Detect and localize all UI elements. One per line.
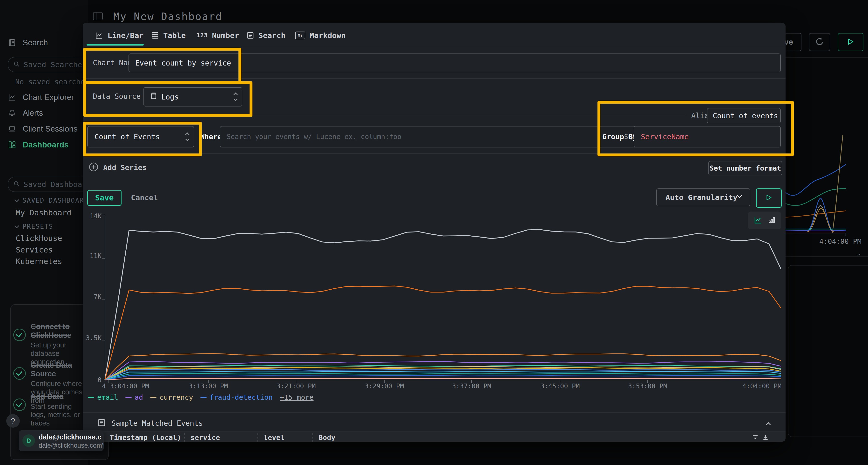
- data-source-label: Data Source: [93, 92, 141, 100]
- group-by-label: Group By: [602, 133, 637, 141]
- sample-events-header[interactable]: Sample Matched Events: [97, 419, 203, 428]
- series-line-ad: [105, 361, 781, 380]
- chart-name-field[interactable]: [135, 59, 780, 67]
- x-tick-label: 3:53:00 PM: [628, 383, 668, 390]
- 123-icon: 123: [196, 32, 208, 39]
- refresh-icon: [815, 37, 824, 47]
- run-query-button[interactable]: [838, 33, 863, 51]
- x-tick-label: 3:45:00 PM: [540, 383, 580, 390]
- tab-number[interactable]: 123Number: [196, 30, 239, 41]
- group-by-field[interactable]: [641, 132, 780, 141]
- user-email-sub: dale@clickhouse.com's: [38, 442, 104, 449]
- chart-name-input[interactable]: [128, 54, 781, 72]
- active-tab-underline: [87, 44, 144, 45]
- sample-events-table-header: Timestamp (Local)servicelevelBody: [83, 432, 785, 442]
- list-icon: [246, 32, 254, 39]
- legend-item-email[interactable]: email: [88, 393, 118, 401]
- x-tick-label: 3:13:00 PM: [189, 383, 228, 390]
- sidebar-item-chart-explorer[interactable]: Chart Explorer: [0, 91, 88, 104]
- markdown-icon: M↓: [295, 32, 305, 39]
- saved-searches-field[interactable]: [23, 60, 82, 69]
- select-chevrons-icon: [186, 133, 189, 140]
- series-fieldset-rule: [92, 115, 685, 115]
- sidebar-item-clickhouse[interactable]: ClickHouse: [16, 234, 62, 243]
- data-source-select[interactable]: Logs: [144, 87, 242, 106]
- where-field[interactable]: [226, 133, 624, 141]
- sidebar-item-dashboards[interactable]: Dashboards: [0, 138, 88, 152]
- legend-item-currency[interactable]: currency: [150, 393, 193, 401]
- group-by-input[interactable]: [633, 126, 781, 147]
- alias-field[interactable]: [712, 111, 780, 120]
- alias-input[interactable]: [707, 108, 781, 123]
- get-started-item[interactable]: Add DataStart sending logs, metrics, or …: [13, 392, 86, 427]
- section-saved-dashboards[interactable]: SAVED DASHBOARD: [15, 197, 89, 204]
- chevron-down-icon: [14, 197, 19, 202]
- add-series-button[interactable]: Add Series: [89, 162, 147, 173]
- filter-icon[interactable]: [751, 433, 759, 442]
- x-tick-label: Aug 4 3:04:00 PM: [101, 383, 149, 390]
- tab-table[interactable]: Table: [151, 30, 186, 41]
- save-button[interactable]: Save: [87, 190, 122, 206]
- set-number-format-button[interactable]: Set number format: [708, 161, 782, 175]
- bell-icon: [8, 109, 16, 117]
- user-email: dale@clickhouse.c: [38, 433, 101, 441]
- column-header-body[interactable]: Body: [313, 432, 410, 442]
- line-chart-icon: [8, 94, 16, 101]
- help-button[interactable]: ?: [6, 414, 20, 428]
- avatar: D: [23, 434, 35, 447]
- grid-icon: [8, 141, 16, 149]
- laptop-icon: [8, 125, 16, 133]
- column-header-level[interactable]: level: [258, 432, 312, 442]
- series-line-unlabeled-9: [105, 374, 781, 380]
- saved-dashboards-field[interactable]: [23, 180, 82, 189]
- background-x-axis-label: 4:04:00 PM: [819, 237, 862, 245]
- x-tick-label: 3:37:00 PM: [452, 383, 491, 390]
- refresh-button[interactable]: [809, 33, 830, 51]
- user-account[interactable]: D dale@clickhouse.c dale@clickhouse.com'…: [19, 430, 104, 451]
- column-header-service[interactable]: service: [185, 432, 257, 442]
- column-header-timestamp-local-[interactable]: Timestamp (Local): [110, 432, 184, 442]
- page-title: My New Dashboard: [113, 10, 222, 23]
- y-tick-label: 11K: [85, 252, 101, 260]
- sidebar-item-services[interactable]: Services: [16, 245, 53, 255]
- legend-item-ad[interactable]: ad: [125, 393, 143, 401]
- sidebar-item-search[interactable]: Search: [0, 36, 88, 49]
- section-presets[interactable]: PRESETS: [15, 223, 53, 230]
- collapse-section-icon[interactable]: [766, 422, 771, 427]
- x-tick-label: 4:04:00 PM: [742, 383, 781, 390]
- x-tick-label: 3:29:00 PM: [365, 383, 404, 390]
- legend-more-link[interactable]: +15 more: [280, 393, 314, 401]
- topbar-divider: [785, 57, 868, 58]
- y-tick-label: 3.5K: [85, 334, 101, 342]
- list-icon: [97, 419, 105, 428]
- series-line-unlabeled-10: [105, 376, 781, 380]
- tab-markdown[interactable]: M↓Markdown: [295, 30, 345, 41]
- search-icon: [13, 181, 20, 188]
- tab-search[interactable]: Search: [246, 30, 285, 41]
- tab-line-bar[interactable]: Line/Bar: [95, 30, 144, 41]
- doc-icon: [8, 38, 16, 47]
- cancel-button[interactable]: Cancel: [131, 193, 158, 202]
- play-icon: [766, 194, 772, 202]
- timeseries-chart[interactable]: Aug 4 3:04:00 PM3:13:00 PM3:21:00 PM3:29…: [101, 214, 781, 398]
- legend-item-fraud-detection[interactable]: fraud-detection: [200, 393, 273, 401]
- table-icon: [151, 32, 159, 39]
- where-label: Where: [200, 133, 222, 141]
- sidebar-item-kubernetes[interactable]: Kubernetes: [16, 257, 62, 266]
- check-circle-icon: [13, 367, 26, 380]
- chart-legend: emailadcurrencyfraud-detection+15 more: [88, 393, 314, 401]
- chevron-down-icon: [14, 223, 19, 228]
- y-tick-label: 7K: [85, 293, 101, 300]
- download-icon[interactable]: [762, 433, 769, 442]
- sidebar-item-my-dashboard[interactable]: My Dashboard: [16, 208, 71, 217]
- line-chart-icon: [95, 32, 103, 39]
- get-started-item[interactable]: Connect to ClickHouseSet up your databas…: [13, 322, 86, 366]
- play-icon: [847, 38, 854, 46]
- sidebar-item-client-sessions[interactable]: Client Sessions: [0, 122, 88, 136]
- run-chart-button[interactable]: [756, 189, 782, 208]
- sidebar-item-alerts[interactable]: Alerts: [0, 106, 88, 120]
- aggregation-select[interactable]: Count of Events: [87, 126, 194, 147]
- sidebar-collapse-icon[interactable]: [93, 12, 103, 20]
- granularity-select[interactable]: Auto Granularity: [656, 189, 750, 206]
- check-circle-icon: [13, 399, 26, 411]
